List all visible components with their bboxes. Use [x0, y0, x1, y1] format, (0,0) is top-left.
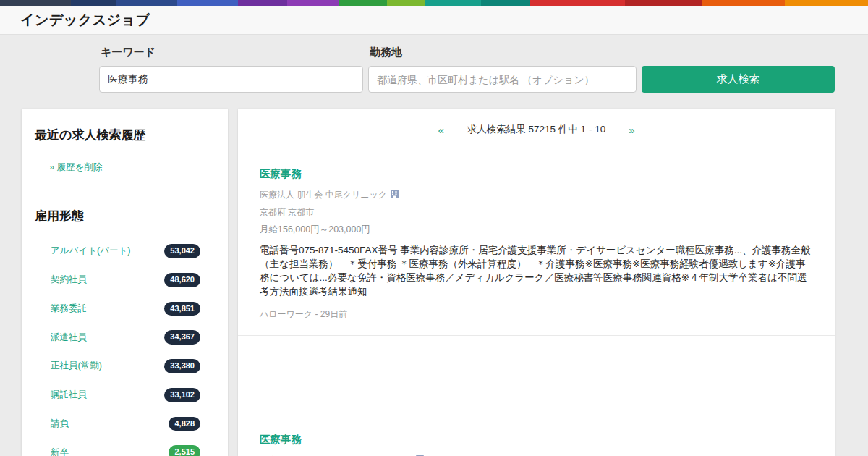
- count-badge: 33,102: [164, 388, 200, 402]
- employment-link-fulltime[interactable]: 正社員(常勤): [51, 360, 102, 372]
- job-title-link[interactable]: 医療事務: [260, 433, 302, 447]
- location-field-group: 勤務地: [368, 46, 637, 93]
- count-badge: 43,851: [164, 302, 200, 316]
- next-page-link[interactable]: »: [629, 124, 634, 136]
- count-badge: 34,367: [164, 330, 200, 345]
- keyword-input[interactable]: [99, 66, 363, 93]
- list-item: 業務委託 43,851: [51, 302, 200, 316]
- list-item: 正社員(常勤) 33,380: [51, 359, 200, 373]
- header: インデックスジョブ: [0, 6, 868, 35]
- job-source: ハローワーク - 29日前: [260, 308, 813, 335]
- employment-link-contract[interactable]: 契約社員: [51, 274, 87, 286]
- count-badge: 2,515: [169, 445, 200, 456]
- sidebar: 最近の求人検索履歴 » 履歴を削除 雇用形態 アルバイト(パート) 53,042…: [22, 109, 228, 456]
- pagination: « 求人検索結果 57215 件中 1 - 10 »: [238, 109, 835, 151]
- search-bar: キーワード 勤務地 求人検索: [0, 35, 868, 109]
- results-summary: 求人検索結果 57215 件中 1 - 10: [467, 123, 605, 136]
- list-item: 請負 4,828: [51, 417, 200, 431]
- site-title[interactable]: インデックスジョブ: [20, 11, 150, 30]
- employment-link-part-time[interactable]: アルバイト(パート): [51, 245, 130, 257]
- list-item: 派遣社員 34,367: [51, 330, 200, 345]
- job-search-button[interactable]: 求人検索: [642, 66, 835, 93]
- count-badge: 4,828: [169, 417, 200, 431]
- employment-link-commissioned[interactable]: 嘱託社員: [51, 389, 87, 401]
- job-description: 電話番号075-871-5450FAX番号 事業内容診療所・居宅介護支援事業所・…: [260, 244, 813, 299]
- location-label: 勤務地: [370, 46, 637, 59]
- employment-link-outsourcing[interactable]: 業務委託: [51, 303, 87, 315]
- job-location: 京都府 京都市: [260, 206, 813, 219]
- job-salary: 月給156,000円～203,000円: [260, 224, 813, 236]
- count-badge: 53,042: [164, 244, 200, 258]
- list-item: アルバイト(パート) 53,042: [51, 244, 200, 258]
- employment-link-newgrad[interactable]: 新卒: [51, 447, 69, 456]
- keyword-field-group: キーワード: [99, 46, 363, 93]
- job-company: 医療法人 朋生会 中尾クリニック: [260, 189, 387, 201]
- prev-page-link[interactable]: «: [438, 124, 443, 136]
- building-icon: [391, 190, 399, 200]
- employment-link-dispatch[interactable]: 派遣社員: [51, 332, 87, 344]
- employment-link-ukeoi[interactable]: 請負: [51, 418, 69, 430]
- clear-history-link[interactable]: » 履歴を削除: [49, 161, 102, 174]
- list-item: 嘱託社員 33,102: [51, 388, 200, 402]
- content: 最近の求人検索履歴 » 履歴を削除 雇用形態 アルバイト(パート) 53,042…: [0, 109, 868, 456]
- job-title-link[interactable]: 医療事務: [260, 167, 302, 181]
- search-results-panel: « 求人検索結果 57215 件中 1 - 10 » 医療事務 医療法人 朋生会…: [238, 109, 835, 456]
- search-history-title: 最近の求人検索履歴: [35, 127, 215, 143]
- ad-placeholder: [238, 336, 835, 417]
- count-badge: 48,620: [164, 273, 200, 287]
- job-listing: 医療事務 医療法人社団 泉寿会 泉胃腸科外科医院 熊本県 宇城市 月給150,0…: [238, 417, 835, 456]
- employment-type-title: 雇用形態: [35, 208, 215, 224]
- top-stripe: [0, 0, 868, 6]
- job-listing: 医療事務 医療法人 朋生会 中尾クリニック 京都府 京都市 月給156,000円…: [238, 151, 835, 335]
- location-input[interactable]: [368, 66, 637, 93]
- list-item: 新卒 2,515: [51, 445, 200, 456]
- keyword-label: キーワード: [101, 46, 363, 59]
- employment-type-list: アルバイト(パート) 53,042 契約社員 48,620 業務委託 43,85…: [22, 244, 228, 456]
- list-item: 契約社員 48,620: [51, 273, 200, 287]
- job-company-row: 医療法人 朋生会 中尾クリニック: [260, 189, 813, 201]
- count-badge: 33,380: [164, 359, 200, 373]
